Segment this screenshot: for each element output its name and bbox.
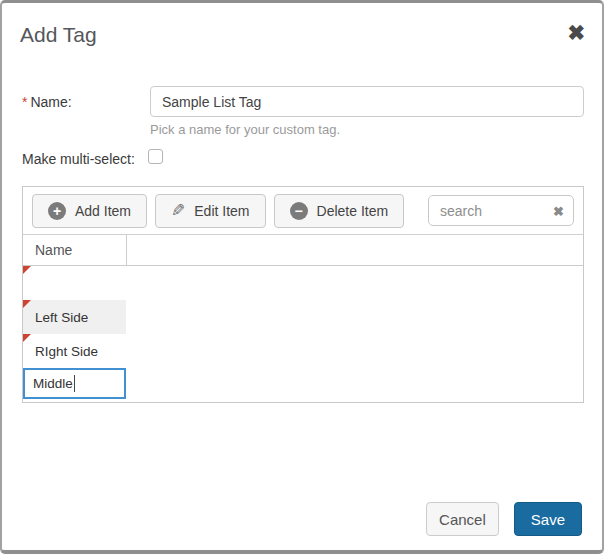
search-input[interactable] [428, 195, 574, 226]
dirty-cell-marker-icon [23, 300, 31, 308]
delete-item-button[interactable]: − Delete Item [274, 194, 405, 228]
multiselect-checkbox[interactable] [148, 149, 163, 164]
save-button[interactable]: Save [514, 502, 582, 536]
name-label: *Name: [22, 94, 72, 110]
add-item-button[interactable]: + Add Item [32, 194, 147, 228]
close-icon[interactable]: ✖ [567, 22, 585, 43]
dialog-footer: Cancel Save [426, 502, 582, 536]
items-grid: + Add Item ✎ Edit Item − Delete Item ✖ N… [22, 186, 584, 403]
grid-row[interactable] [23, 266, 583, 300]
text-caret [74, 375, 75, 392]
edit-item-button[interactable]: ✎ Edit Item [155, 194, 266, 228]
name-hint: Pick a name for your custom tag. [150, 122, 340, 137]
delete-item-label: Delete Item [317, 203, 389, 219]
grid-row[interactable]: Left Side [23, 300, 583, 334]
item-edit-text: Middle [33, 376, 73, 391]
item-cell[interactable] [23, 266, 126, 300]
item-label: Left Side [35, 310, 88, 325]
item-cell[interactable]: Left Side [23, 300, 126, 334]
multiselect-label: Make multi-select: [22, 151, 135, 167]
grid-body: Left SideRIght SideMiddle [23, 266, 583, 402]
search-box: ✖ [428, 195, 574, 226]
cancel-button[interactable]: Cancel [426, 502, 499, 536]
dirty-cell-marker-icon [23, 266, 31, 274]
item-cell[interactable]: Middle [23, 368, 126, 402]
edit-item-label: Edit Item [194, 203, 249, 219]
plus-circle-icon: + [48, 202, 66, 220]
required-marker: * [22, 94, 27, 110]
item-edit-input[interactable]: Middle [23, 368, 126, 399]
clear-search-icon[interactable]: ✖ [553, 204, 564, 217]
grid-row[interactable]: Middle [23, 368, 583, 402]
grid-toolbar: + Add Item ✎ Edit Item − Delete Item ✖ [23, 187, 583, 235]
item-cell[interactable]: RIght Side [23, 334, 126, 368]
item-label: RIght Side [35, 344, 98, 359]
dialog-title: Add Tag [20, 23, 97, 47]
add-tag-dialog: Add Tag ✖ *Name: Pick a name for your cu… [0, 0, 604, 554]
column-header-name[interactable]: Name [23, 235, 127, 265]
grid-row[interactable]: RIght Side [23, 334, 583, 368]
pencil-icon: ✎ [171, 200, 185, 221]
minus-circle-icon: − [290, 202, 308, 220]
grid-header-row: Name [23, 235, 583, 266]
name-label-text: Name: [30, 94, 71, 110]
dirty-cell-marker-icon [23, 334, 31, 342]
tag-name-input[interactable] [150, 86, 584, 117]
add-item-label: Add Item [75, 203, 131, 219]
